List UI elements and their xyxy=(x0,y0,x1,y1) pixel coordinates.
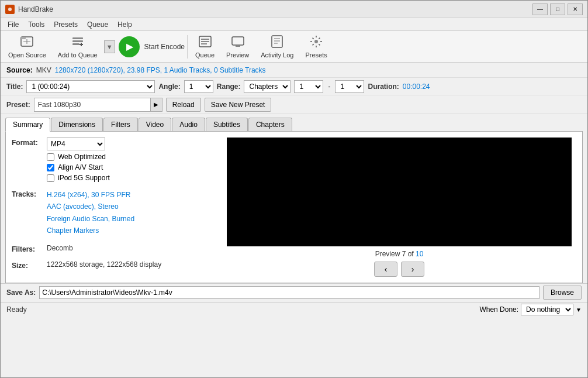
tab-chapters[interactable]: Chapters xyxy=(248,118,292,132)
activity-log-button[interactable]: Activity Log xyxy=(255,33,299,60)
range-start-select[interactable]: 1 xyxy=(294,80,323,93)
preset-label: Preset: xyxy=(6,101,30,109)
web-optimized-checkbox[interactable] xyxy=(47,153,54,161)
menu-tools[interactable]: Tools xyxy=(23,19,49,30)
duration-value: 00:00:24 xyxy=(403,83,430,91)
title-bar: HandBrake — □ ✕ xyxy=(1,1,587,18)
minimize-button[interactable]: — xyxy=(532,4,548,15)
window-controls: — □ ✕ xyxy=(532,4,583,15)
preview-panel: Preview 7 of 10 ‹ › xyxy=(222,138,576,277)
align-av-checkbox[interactable] xyxy=(47,164,54,171)
align-av-label: Align A/V Start xyxy=(58,163,103,171)
tab-subtitles[interactable]: Subtitles xyxy=(206,118,248,132)
when-done-label: When Done: xyxy=(479,305,518,314)
when-done-arrow: ▼ xyxy=(576,307,582,313)
angle-label: Angle: xyxy=(158,83,180,91)
svg-rect-6 xyxy=(72,43,79,45)
tab-filters[interactable]: Filters xyxy=(103,118,138,132)
presets-icon xyxy=(309,35,323,50)
close-button[interactable]: ✕ xyxy=(568,4,583,15)
filters-content: Decomb xyxy=(47,244,216,252)
angle-select[interactable]: 1 xyxy=(184,80,213,93)
preview-of: of xyxy=(408,250,416,258)
title-label: Title: xyxy=(6,83,23,91)
preview-icon xyxy=(231,35,245,50)
toolbar-separator-1 xyxy=(187,35,188,59)
tab-video[interactable]: Video xyxy=(139,118,171,132)
window-title: HandBrake xyxy=(18,5,532,13)
queue-button[interactable]: Queue xyxy=(190,33,220,60)
format-select[interactable]: MP4 xyxy=(47,138,105,150)
save-as-input[interactable] xyxy=(39,286,539,299)
track-4: Chapter Markers xyxy=(47,225,216,236)
size-content: 1222x568 storage, 1222x568 display xyxy=(47,260,216,269)
ipod-checkbox[interactable] xyxy=(47,174,54,182)
tab-dimensions[interactable]: Dimensions xyxy=(51,118,103,132)
range-type-select[interactable]: Chapters xyxy=(244,80,290,93)
tab-summary[interactable]: Summary xyxy=(5,118,50,132)
web-optimized-row: Web Optimized xyxy=(47,153,216,161)
menu-queue[interactable]: Queue xyxy=(82,19,113,30)
filters-row: Filters: Decomb xyxy=(12,244,216,253)
preview-label: Preview xyxy=(226,51,249,59)
track-1: H.264 (x264), 30 FPS PFR xyxy=(47,189,216,201)
preview-prev-button[interactable]: ‹ xyxy=(374,262,397,277)
open-source-button[interactable]: Open Source xyxy=(3,33,51,60)
preview-next-button[interactable]: › xyxy=(401,262,424,277)
title-row: Title: 1 (00:00:24) Angle: 1 Range: Chap… xyxy=(1,78,587,95)
ipod-row: iPod 5G Support xyxy=(47,174,216,182)
svg-rect-10 xyxy=(201,43,207,44)
format-label: Format: xyxy=(12,138,47,147)
activity-log-label: Activity Log xyxy=(261,51,293,59)
source-info: 1280x720 (1280x720), 23.98 FPS, 1 Audio … xyxy=(55,66,266,74)
preview-info: Preview 7 of 10 xyxy=(375,250,424,258)
preview-current: 7 xyxy=(402,250,406,258)
svg-rect-11 xyxy=(232,37,244,45)
web-optimized-label: Web Optimized xyxy=(58,153,106,161)
reload-button[interactable]: Reload xyxy=(166,98,201,112)
title-select[interactable]: 1 (00:00:24) xyxy=(26,80,155,93)
duration-label: Duration: xyxy=(368,83,399,91)
save-as-label: Save As: xyxy=(6,288,36,297)
add-queue-dropdown[interactable]: ▼ xyxy=(104,40,115,53)
svg-point-18 xyxy=(314,40,318,43)
preview-button[interactable]: Preview xyxy=(221,33,254,60)
preview-total: 10 xyxy=(416,250,423,258)
maximize-button[interactable]: □ xyxy=(550,4,565,15)
svg-rect-5 xyxy=(72,40,83,42)
save-new-preset-button[interactable]: Save New Preset xyxy=(205,98,272,112)
size-label: Size: xyxy=(12,260,47,270)
when-done-select[interactable]: Do nothing xyxy=(521,304,573,315)
open-source-label: Open Source xyxy=(8,51,46,59)
add-to-queue-button[interactable]: Add to Queue xyxy=(53,33,103,60)
menu-presets[interactable]: Presets xyxy=(49,19,82,30)
add-to-queue-label: Add to Queue xyxy=(58,51,98,59)
menu-file[interactable]: File xyxy=(3,19,23,30)
svg-point-1 xyxy=(8,8,12,11)
preview-label: Preview xyxy=(375,250,402,258)
browse-button[interactable]: Browse xyxy=(543,286,582,300)
preset-selector[interactable]: Fast 1080p30 ▶ xyxy=(34,98,162,112)
menu-help[interactable]: Help xyxy=(113,19,137,30)
queue-label: Queue xyxy=(195,51,215,59)
when-done-area: When Done: Do nothing ▼ xyxy=(479,304,582,315)
tab-audio[interactable]: Audio xyxy=(172,118,205,132)
preset-dropdown-arrow[interactable]: ▶ xyxy=(150,98,162,111)
filters-label: Filters: xyxy=(12,244,47,253)
presets-button[interactable]: Presets xyxy=(300,33,332,60)
source-bar: Source: MKV 1280x720 (1280x720), 23.98 F… xyxy=(1,63,587,78)
presets-label: Presets xyxy=(305,51,327,59)
preset-row: Preset: Fast 1080p30 ▶ Reload Save New P… xyxy=(1,95,587,114)
format-content: MP4 Web Optimized Align A/V Start iPod 5… xyxy=(47,138,216,182)
start-encode-label[interactable]: Start Encode xyxy=(144,43,185,51)
svg-rect-9 xyxy=(201,41,209,42)
start-encode-play-button[interactable]: ▶ xyxy=(119,36,140,57)
tab-content-summary: Format: MP4 Web Optimized Align A/V Star… xyxy=(5,131,583,283)
source-label: Source: xyxy=(6,66,33,74)
open-source-icon xyxy=(20,35,34,50)
size-value: 1222x568 storage, 1222x568 display xyxy=(47,260,161,269)
range-end-select[interactable]: 1 xyxy=(335,80,364,93)
queue-icon xyxy=(198,35,212,50)
preview-image xyxy=(227,138,572,246)
source-type: MKV xyxy=(36,66,51,74)
